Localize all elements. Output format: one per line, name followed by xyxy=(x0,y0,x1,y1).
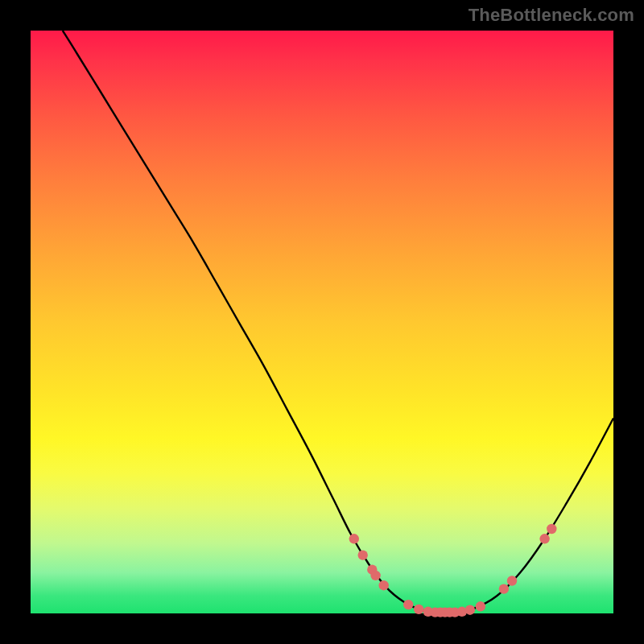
marker-dot xyxy=(379,580,389,590)
marker-dot xyxy=(547,524,556,534)
chart-svg xyxy=(31,31,613,613)
marker-dot xyxy=(414,605,423,614)
marker-dot xyxy=(370,571,380,580)
marker-dot xyxy=(499,584,509,593)
marker-dot xyxy=(539,534,549,543)
marker-dot xyxy=(349,534,359,543)
marker-dot xyxy=(476,601,485,611)
bottleneck-curve xyxy=(63,31,613,613)
marker-dot xyxy=(358,550,368,559)
watermark-text: TheBottleneck.com xyxy=(469,5,634,26)
marker-dot xyxy=(507,576,517,585)
marker-dot xyxy=(465,605,475,615)
marker-dot xyxy=(403,600,413,609)
marker-dots-group xyxy=(349,524,557,617)
